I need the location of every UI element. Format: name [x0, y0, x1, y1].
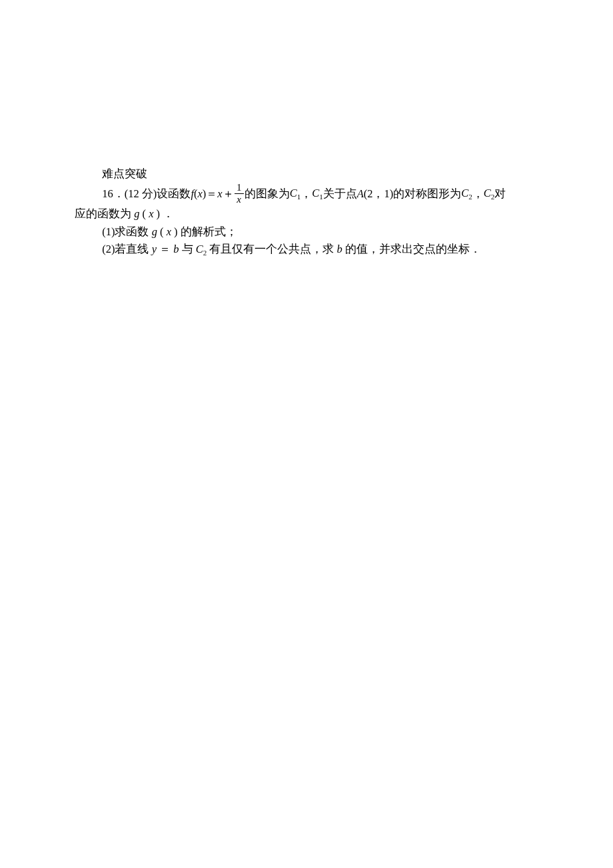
paren-close2: )	[157, 207, 161, 220]
point-a: A	[357, 185, 364, 203]
text-intro5: 的对称图形为	[393, 185, 461, 203]
section-title: 难点突破	[75, 165, 538, 183]
line2b: ．	[163, 207, 174, 220]
problem-stem-line1: 16． (12 分) 设函数 f ( x ) ＝ x ＋ 1 x 的图象为 C1…	[75, 183, 538, 205]
curve-c2: C2	[461, 185, 472, 203]
question-1: (1)求函数 g ( x ) 的解析式；	[75, 223, 538, 241]
q2-suffix: 的值，并求出交点的坐标．	[345, 243, 481, 255]
q2-mid1: 与	[182, 243, 196, 255]
q2-mid2: 有且仅有一个公共点，求	[209, 243, 336, 255]
frac-den: x	[237, 194, 241, 205]
curve-c2b: C2	[484, 185, 495, 203]
func-g: g	[134, 207, 139, 220]
curve-c1b: C1	[312, 185, 323, 203]
var-y: y	[152, 243, 157, 255]
text-intro1: 设函数	[157, 185, 191, 203]
q1-suffix: 的解析式；	[181, 225, 237, 238]
func-g2: g	[152, 225, 157, 238]
var-b: b	[173, 243, 179, 255]
var-x3: x	[149, 207, 153, 220]
eq-sign: ＝	[206, 185, 217, 203]
curve-c1: C1	[290, 185, 301, 203]
text-intro6: ，	[472, 185, 484, 203]
text-intro4: 关于点	[323, 185, 357, 203]
eq-sign2: ＝	[159, 243, 171, 255]
var-b2: b	[336, 243, 342, 255]
question-2: (2)若直线 y ＝ b 与 C2 有且仅有一个公共点，求 b 的值，并求出交点…	[75, 241, 538, 259]
var-x4: x	[167, 225, 171, 238]
plus-sign: ＋	[223, 185, 234, 203]
q2-prefix: (2)若直线	[102, 243, 151, 255]
var-x: x	[197, 185, 202, 203]
problem-number: 16．	[102, 185, 125, 203]
problem-stem-line2: 应的函数为 g ( x ) ．	[75, 205, 538, 223]
paren-open3: (	[160, 225, 164, 238]
text-intro2: 的图象为	[245, 185, 290, 203]
paren-open2: (	[143, 207, 147, 220]
curve-c2c: C2	[196, 243, 207, 255]
q1-prefix: (1)求函数	[102, 225, 151, 238]
line2a: 应的函数为	[75, 207, 134, 220]
text-intro3: ，	[301, 185, 312, 203]
text-intro7: 对	[494, 185, 506, 203]
fraction-one-over-x: 1 x	[235, 182, 244, 205]
point-a-coords: (2，1)	[364, 185, 394, 203]
var-x2: x	[217, 185, 222, 203]
paren-close3: )	[174, 225, 178, 238]
frac-num: 1	[237, 182, 242, 193]
problem-points: (12 分)	[125, 185, 157, 203]
